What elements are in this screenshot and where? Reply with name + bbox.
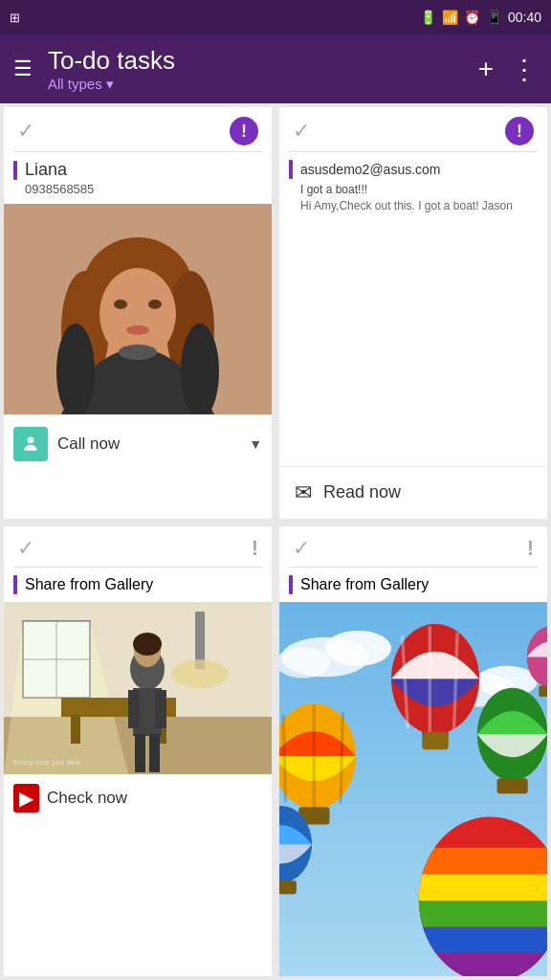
svg-rect-31 [135, 734, 145, 772]
check-label: Check now [47, 789, 127, 808]
email-preview: Hi Amy,Check out this. I got a boat! Jas… [279, 198, 547, 224]
alarm-icon: ⏰ [464, 10, 480, 25]
time-display: 00:40 [508, 10, 541, 25]
contact-phone: 0938568585 [4, 182, 272, 204]
email-subject: I got a boat!!! [279, 183, 547, 198]
svg-point-34 [133, 633, 162, 656]
notification-icon: ⊞ [10, 11, 20, 25]
app-bar-title-area: To-do tasks All types ▾ [48, 46, 478, 93]
contact-card: ✓ ! Liana 0938568585 [4, 107, 272, 519]
add-button[interactable]: + [478, 54, 494, 84]
svg-rect-32 [149, 734, 160, 772]
accent-bar [13, 161, 17, 180]
app-subtitle[interactable]: All types ▾ [48, 76, 478, 93]
app-title: To-do tasks [48, 46, 478, 76]
check-icon[interactable]: ✓ [293, 536, 310, 561]
call-icon [13, 427, 48, 461]
check-icon[interactable]: ✓ [17, 536, 34, 561]
status-bar: ⊞ 🔋 📶 ⏰ 📱 00:40 [0, 0, 551, 34]
svg-rect-25 [71, 715, 80, 744]
svg-rect-46 [422, 731, 449, 748]
share-card-2-header: ✓ ! [279, 526, 547, 567]
contact-card-header: ✓ ! [4, 107, 272, 151]
svg-rect-55 [497, 778, 528, 793]
gallery-photo-1: Every step you take [4, 602, 272, 774]
email-card-header: ✓ ! [279, 107, 547, 151]
email-card: ✓ ! asusdemo2@asus.com I got a boat!!! H… [279, 107, 547, 519]
svg-point-23 [171, 659, 229, 688]
share-from-gallery-text-1: Share from Gallery [25, 576, 153, 593]
alert-icon[interactable]: ! [230, 117, 258, 145]
svg-point-10 [126, 325, 149, 335]
svg-point-38 [325, 630, 391, 665]
svg-rect-61 [419, 901, 547, 927]
main-content: ✓ ! Liana 0938568585 [0, 103, 551, 980]
dropdown-arrow-icon: ▼ [249, 436, 262, 452]
accent-bar [289, 160, 293, 179]
svg-rect-60 [419, 874, 547, 901]
wifi-icon: 📶 [442, 10, 458, 25]
contact-info: Liana [4, 152, 272, 182]
svg-point-14 [28, 437, 34, 444]
check-now-button[interactable]: ▶ Check now [4, 774, 272, 822]
read-label: Read now [323, 482, 401, 502]
svg-rect-68 [279, 880, 297, 894]
share-from-gallery-text-2: Share from Gallery [300, 576, 429, 593]
svg-line-50 [283, 714, 285, 802]
svg-line-52 [341, 712, 342, 804]
read-now-button[interactable]: ✉ Read now [279, 466, 547, 519]
svg-rect-30 [155, 690, 166, 728]
email-address: asusdemo2@asus.com [300, 162, 441, 177]
email-info: asusdemo2@asus.com [279, 152, 547, 183]
contact-name: Liana [25, 160, 67, 180]
call-now-button[interactable]: Call now ▼ [4, 414, 272, 473]
status-left-icons: ⊞ [10, 11, 20, 25]
svg-rect-29 [128, 690, 140, 728]
contact-photo [4, 204, 272, 414]
svg-rect-62 [419, 926, 547, 953]
alert-gray-icon: ! [252, 536, 258, 561]
share-gallery-card-2: ✓ ! Share from Gallery [279, 526, 547, 977]
email-envelope-icon: ✉ [295, 480, 312, 505]
share-label-2: Share from Gallery [279, 568, 547, 602]
svg-rect-66 [539, 685, 547, 697]
check-icon[interactable]: ✓ [293, 119, 310, 144]
svg-point-13 [119, 345, 157, 360]
share-label-1: Share from Gallery [4, 568, 272, 602]
svg-point-9 [148, 300, 162, 309]
youtube-icon: ▶ [13, 784, 39, 813]
alert-icon[interactable]: ! [505, 117, 534, 145]
app-bar-actions: + ⋮ [478, 54, 538, 85]
sim-icon: 📱 [486, 10, 502, 25]
app-bar: ☰ To-do tasks All types ▾ + ⋮ [0, 34, 551, 103]
accent-bar [13, 575, 17, 594]
share-gallery-card-1: ✓ ! Share from Gallery [4, 526, 272, 977]
call-label: Call now [57, 434, 249, 454]
share-card-1-header: ✓ ! [4, 526, 272, 567]
chevron-down-icon: ▾ [106, 76, 114, 93]
gallery-photo-2 [279, 602, 547, 977]
more-button[interactable]: ⋮ [511, 54, 538, 85]
svg-point-8 [114, 300, 127, 309]
accent-bar [289, 575, 293, 594]
battery-icon: 🔋 [420, 10, 436, 25]
svg-rect-59 [419, 847, 547, 874]
menu-button[interactable]: ☰ [13, 56, 33, 81]
check-icon[interactable]: ✓ [17, 119, 34, 144]
alert-gray-icon: ! [527, 536, 534, 561]
status-right-icons: 🔋 📶 ⏰ 📱 00:40 [420, 10, 541, 25]
svg-text:Every step you take: Every step you take [13, 758, 81, 767]
subtitle-text: All types [48, 76, 102, 92]
